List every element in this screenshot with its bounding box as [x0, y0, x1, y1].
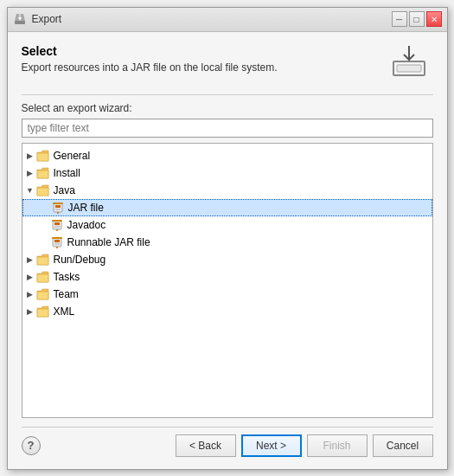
- back-button[interactable]: < Back: [176, 434, 236, 457]
- folder-icon-xml: [36, 306, 50, 318]
- tree-container: General Install Java: [22, 143, 433, 418]
- tree-item-xml[interactable]: XML: [22, 303, 432, 320]
- window-icon: [13, 12, 27, 26]
- svg-rect-20: [52, 237, 62, 239]
- label-rundebug: Run/Debug: [54, 254, 106, 266]
- header-section: Select Export resources into a JAR file …: [22, 44, 433, 79]
- maximize-button[interactable]: □: [409, 11, 425, 27]
- javadoc-icon: [50, 219, 64, 231]
- folder-icon-team: [36, 288, 50, 300]
- folder-icon-install: [36, 167, 50, 179]
- svg-rect-13: [54, 222, 60, 225]
- dialog-content: Select Export resources into a JAR file …: [8, 32, 447, 469]
- tree-item-tasks[interactable]: Tasks: [22, 268, 432, 286]
- arrow-general: [26, 151, 35, 160]
- arrow-team: [26, 290, 35, 299]
- folder-icon-rundebug: [36, 254, 50, 266]
- finish-button[interactable]: Finish: [307, 434, 368, 457]
- jar-icon: [51, 202, 65, 214]
- title-bar-left: Export: [13, 12, 62, 26]
- svg-point-16: [56, 229, 58, 231]
- footer-left: ?: [22, 436, 41, 455]
- window-controls: ─ □ ✕: [392, 11, 442, 27]
- footer-separator: [22, 427, 433, 428]
- arrow-rundebug: [26, 255, 35, 264]
- filter-input[interactable]: [22, 119, 433, 138]
- svg-rect-0: [15, 21, 25, 24]
- svg-rect-10: [53, 203, 63, 204]
- header-divider: [22, 94, 433, 95]
- label-tasks: Tasks: [54, 271, 80, 283]
- window-title: Export: [32, 13, 62, 25]
- label-general: General: [54, 150, 91, 162]
- folder-icon-tasks: [36, 271, 50, 283]
- tree-item-runnable-jar[interactable]: Runnable JAR file: [22, 234, 432, 251]
- cancel-button[interactable]: Cancel: [373, 434, 433, 457]
- tree-item-java[interactable]: Java: [22, 182, 432, 199]
- label-jar-file: JAR file: [68, 202, 104, 214]
- export-icon: [392, 44, 433, 79]
- label-xml: XML: [54, 306, 75, 318]
- help-button[interactable]: ?: [22, 436, 41, 455]
- section-title: Select: [22, 44, 383, 58]
- svg-rect-18: [54, 240, 60, 242]
- footer-buttons: < Back Next > Finish Cancel: [176, 434, 433, 457]
- arrow-tasks: [26, 273, 35, 281]
- svg-rect-5: [397, 65, 421, 72]
- label-install: Install: [54, 167, 80, 179]
- minimize-button[interactable]: ─: [392, 11, 407, 27]
- tree-item-team[interactable]: Team: [22, 286, 432, 303]
- label-runnable-jar: Runnable JAR file: [67, 236, 150, 248]
- close-button[interactable]: ✕: [426, 11, 442, 27]
- title-bar: Export ─ □ ✕: [8, 8, 447, 32]
- tree-item-general[interactable]: General: [22, 147, 432, 164]
- filter-label: Select an export wizard:: [22, 102, 433, 114]
- arrow-java: [26, 186, 35, 195]
- label-javadoc: Javadoc: [67, 219, 106, 231]
- svg-rect-15: [52, 220, 62, 222]
- folder-icon-java: [36, 184, 50, 196]
- svg-point-11: [57, 212, 59, 214]
- tree-item-rundebug[interactable]: Run/Debug: [22, 251, 432, 268]
- runnable-jar-icon: [50, 236, 64, 248]
- tree-item-jar-file[interactable]: JAR file: [22, 199, 432, 216]
- footer: ? < Back Next > Finish Cancel: [22, 434, 433, 460]
- next-button[interactable]: Next >: [241, 434, 302, 457]
- tree-item-install[interactable]: Install: [22, 164, 432, 182]
- header-text: Select Export resources into a JAR file …: [22, 44, 383, 74]
- label-java: Java: [54, 184, 75, 196]
- export-dialog: Export ─ □ ✕ Select Export resources int…: [7, 7, 448, 470]
- tree-item-javadoc[interactable]: Javadoc: [22, 216, 432, 234]
- svg-point-21: [56, 247, 58, 248]
- arrow-xml: [26, 307, 35, 316]
- folder-icon-general: [36, 150, 50, 162]
- svg-rect-8: [55, 205, 61, 208]
- label-team: Team: [54, 288, 79, 300]
- section-description: Export resources into a JAR file on the …: [22, 61, 383, 74]
- arrow-install: [26, 169, 35, 177]
